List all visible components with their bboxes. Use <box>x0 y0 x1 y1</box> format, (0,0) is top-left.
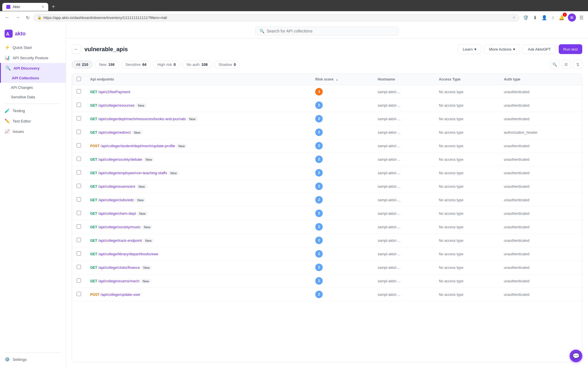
endpoint-cell[interactable]: GET /api/college/track-endpoint New <box>86 234 311 247</box>
endpoint-cell[interactable]: POST /api/college/student/dept/mech/upda… <box>86 139 311 153</box>
row-checkbox[interactable] <box>77 238 81 242</box>
table-row[interactable]: GET /api/college/track-endpoint New 2 sa… <box>72 234 582 247</box>
row-checkbox[interactable] <box>77 251 81 256</box>
filter-no-auth[interactable]: No auth 108 <box>182 61 212 68</box>
endpoint-cell[interactable]: GET /api/college/clubs/edc New <box>86 193 311 207</box>
star-icon[interactable]: ☆ <box>512 16 516 20</box>
sidebar-item-api-changes[interactable]: API Changes <box>0 83 66 92</box>
endpoint-cell[interactable]: GET /api/college/clubs/finance New <box>86 261 311 274</box>
row-checkbox[interactable] <box>77 170 81 175</box>
address-bar[interactable]: 🔒 https://app.akto.io/dashboard/observe/… <box>34 14 519 21</box>
endpoint-cell[interactable]: POST /api/college/update-user <box>86 288 311 301</box>
download-button[interactable]: ⬇ <box>532 14 538 22</box>
sidebar-item-test-editor[interactable]: ✏️ Test Editor <box>0 116 66 126</box>
filter-high-risk[interactable]: High risk 0 <box>153 61 180 68</box>
row-checkbox[interactable] <box>77 278 81 283</box>
table-row[interactable]: GET /api/college/society/debate New 2 sa… <box>72 153 582 166</box>
table-row[interactable]: POST /api/college/update-user 2 sampl-ak… <box>72 288 582 301</box>
sidebar-item-settings[interactable]: ⚙️ Settings <box>0 354 66 365</box>
sync-button[interactable]: ↕ <box>551 14 555 21</box>
endpoint-cell[interactable]: GET /api/college/redirect New <box>86 126 311 139</box>
filter-shadow[interactable]: Shadow 0 <box>214 61 240 68</box>
run-test-button[interactable]: Run test <box>559 44 582 54</box>
risk-score-cell: 2 <box>311 261 373 274</box>
row-checkbox[interactable] <box>77 184 81 188</box>
col-risk-score[interactable]: Risk score ▲ <box>311 74 373 85</box>
more-actions-chevron-icon: ▾ <box>513 47 515 51</box>
search-input[interactable] <box>267 29 394 33</box>
endpoint-cell[interactable]: GET /api/v2/feePayment <box>86 85 311 99</box>
table-row[interactable]: GET /api/college/exams/eni New 2 sampl-a… <box>72 180 582 193</box>
profile-button[interactable]: 👤 <box>540 14 548 22</box>
endpoint-cell[interactable]: GET /api/college/society/debate New <box>86 153 311 166</box>
new-tab-button[interactable]: + <box>49 2 57 11</box>
sidebar-divider-2 <box>5 352 61 352</box>
endpoint-cell[interactable]: GET /api/college/society/music New <box>86 220 311 234</box>
auth-type-value: unauthenticated <box>504 266 529 270</box>
learn-button[interactable]: Learn ▾ <box>458 44 481 54</box>
row-checkbox[interactable] <box>77 89 81 93</box>
sidebar-item-issues[interactable]: 📈 Issues <box>0 126 66 137</box>
select-all-checkbox[interactable] <box>77 77 81 81</box>
forward-button[interactable]: → <box>14 14 22 21</box>
endpoint-cell[interactable]: GET /api/college/resources New <box>86 99 311 112</box>
table-row[interactable]: GET /api/college/clubs/finance New 2 sam… <box>72 261 582 274</box>
table-row[interactable]: GET /api/college/society/music New 2 sam… <box>72 220 582 234</box>
table-row[interactable]: GET /api/college/clubs/edc New 2 sampl-a… <box>72 193 582 207</box>
sidebar-item-sensitive-data[interactable]: Sensitive Data <box>0 92 66 102</box>
active-tab[interactable]: Akto × <box>2 3 48 11</box>
row-checkbox[interactable] <box>77 265 81 269</box>
row-checkbox[interactable] <box>77 130 81 134</box>
refresh-button[interactable]: ↻ <box>24 14 31 22</box>
column-filter-button[interactable]: ☰ <box>562 60 571 69</box>
search-bar[interactable]: 🔍 <box>255 27 399 35</box>
back-button[interactable]: ← <box>72 45 81 54</box>
user-avatar[interactable]: IE <box>568 14 576 22</box>
endpoint-cell[interactable]: GET /api/college/exams/mech New <box>86 274 311 288</box>
back-button[interactable]: ← <box>3 14 11 21</box>
sort-icon: ⇅ <box>576 62 579 67</box>
hostname-cell: sampl-aktol-... <box>373 193 434 207</box>
more-actions-button[interactable]: More Actions ▾ <box>484 44 520 54</box>
notification-button[interactable]: 🔔 1 <box>558 14 566 22</box>
endpoint-cell[interactable]: GET /api/college/employee/non-teaching-s… <box>86 166 311 180</box>
table-row[interactable]: GET /api/college/resources New 2 sampl-a… <box>72 99 582 112</box>
risk-score-cell: 2 <box>311 139 373 153</box>
row-checkbox[interactable] <box>77 292 81 296</box>
chat-button[interactable]: 💬 <box>570 350 582 362</box>
row-checkbox[interactable] <box>77 157 81 161</box>
row-checkbox[interactable] <box>77 143 81 147</box>
endpoint-cell[interactable]: GET /api/college/chem-dept New <box>86 207 311 220</box>
extensions-button[interactable]: 🛡️ <box>522 14 530 22</box>
row-checkbox[interactable] <box>77 197 81 202</box>
filter-all[interactable]: All 210 <box>72 61 92 68</box>
sidebar-item-quick-start[interactable]: ⚡ Quick Start <box>0 42 66 53</box>
table-row[interactable]: POST /api/college/student/dept/mech/upda… <box>72 139 582 153</box>
sidebar-item-api-collections[interactable]: API Collections <box>0 73 66 83</box>
endpoint-cell[interactable]: GET /api/college/library/depart/books/ee… <box>86 247 311 261</box>
row-checkbox[interactable] <box>77 103 81 107</box>
table-row[interactable]: GET /api/v2/feePayment 3 sampl-aktol-...… <box>72 85 582 99</box>
table-row[interactable]: GET /api/college/exams/mech New 2 sampl-… <box>72 274 582 288</box>
endpoint-cell[interactable]: GET /api/college/dept/mech/resources/boo… <box>86 112 311 126</box>
row-checkbox[interactable] <box>77 211 81 215</box>
search-filter-button[interactable]: 🔍 <box>550 60 559 69</box>
sidebar-item-api-discovery[interactable]: 🔍 API Discovery <box>0 63 66 73</box>
tab-close-button[interactable]: × <box>42 5 44 9</box>
row-checkbox[interactable] <box>77 224 81 229</box>
filter-sensitive[interactable]: Sensitive 64 <box>121 61 151 68</box>
table-row[interactable]: GET /api/college/chem-dept New 2 sampl-a… <box>72 207 582 220</box>
table-row[interactable]: GET /api/college/library/depart/books/ee… <box>72 247 582 261</box>
ask-akto-gpt-button[interactable]: Ask AktoGPT <box>523 44 556 54</box>
menu-button[interactable]: ☰ <box>578 14 585 22</box>
sort-button[interactable]: ⇅ <box>573 60 582 69</box>
table-row[interactable]: GET /api/college/dept/mech/resources/boo… <box>72 112 582 126</box>
table-row[interactable]: GET /api/college/redirect New 2 sampl-ak… <box>72 126 582 139</box>
row-checkbox[interactable] <box>77 116 81 120</box>
toolbar-icons: 🛡️ ⬇ 👤 ↕ 🔔 1 IE ☰ <box>522 14 585 22</box>
table-row[interactable]: GET /api/college/employee/non-teaching-s… <box>72 166 582 180</box>
filter-new[interactable]: New 198 <box>95 61 119 68</box>
sidebar-item-testing[interactable]: 🧪 Testing <box>0 106 66 116</box>
sidebar-item-api-security-posture[interactable]: 📊 API Security Posture <box>0 53 66 63</box>
endpoint-cell[interactable]: GET /api/college/exams/eni New <box>86 180 311 193</box>
